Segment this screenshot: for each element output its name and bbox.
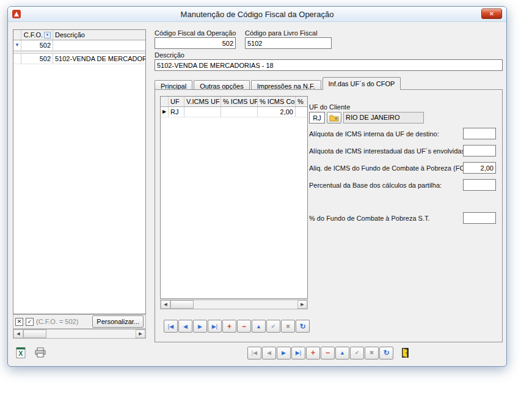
uf-column-header[interactable]: UF — [169, 97, 184, 106]
left-panel-hscrollbar[interactable]: ◀ ▶ — [13, 329, 146, 339]
uf-nav-refresh-button[interactable]: ↻ — [296, 320, 310, 333]
filter-dropdown-icon[interactable]: ▼ — [44, 32, 51, 39]
tab-bar: Principal Outras opções Impressões na N.… — [155, 77, 402, 90]
row-desc-value: 5102-VENDA DE MERCADORI — [53, 54, 145, 64]
livro-field-input[interactable] — [245, 37, 332, 49]
picms-in-cell — [221, 107, 258, 117]
main-nav-insert-button[interactable]: + — [306, 347, 320, 359]
percentual-base-input[interactable] — [463, 179, 496, 191]
cfo-grid-header: C.F.O. ▼ Descrição — [13, 30, 145, 40]
descricao-field-input[interactable] — [155, 59, 503, 71]
app-icon — [12, 9, 21, 19]
uf-grid-header: UF V.ICMS UF Re % ICMS UF In % ICMS Comb… — [161, 97, 307, 107]
main-nav-post-button[interactable]: ✔ — [350, 347, 364, 359]
aliquota-interna-label: Alíquota de ICMS interna da UF de destin… — [309, 130, 439, 138]
main-nav-refresh-button[interactable]: ↻ — [379, 347, 393, 359]
uf-nav-post-button[interactable]: ✔ — [266, 320, 280, 333]
left-toolbar: X — [14, 346, 47, 359]
percentual-base-label: Percentual da Base dos cálculos da parti… — [309, 182, 442, 189]
picms-comb-column-header[interactable]: % ICMS Comb — [258, 97, 296, 106]
main-nav-last-button[interactable]: ▶| — [291, 347, 305, 359]
uf-cliente-label: UF do Cliente — [309, 103, 350, 111]
desc-column-header[interactable]: Descrição — [53, 30, 145, 40]
main-nav-cancel-button[interactable]: ✖ — [365, 347, 379, 359]
pct-column-header[interactable]: % — [296, 97, 307, 106]
cfo-list-grid[interactable]: C.F.O. ▼ Descrição ▼ 502 502 5102-VENDA … — [13, 29, 146, 314]
window-content: C.F.O. ▼ Descrição ▼ 502 502 5102-VENDA … — [8, 22, 506, 366]
uf-nav-last-button[interactable]: ▶| — [208, 320, 222, 333]
aliquota-interestadual-label: Alíquota de ICMS interestadual das UF´s … — [309, 147, 467, 155]
picms-in-column-header[interactable]: % ICMS UF In — [221, 97, 258, 106]
row-marker-icon: ▶ — [162, 107, 166, 117]
titlebar[interactable]: Manutenção de Código Fiscal da Operação … — [8, 7, 506, 22]
desc-column-label: Descrição — [55, 30, 85, 40]
pct-cell — [296, 107, 307, 117]
uf-scroll-right-arrow-icon[interactable]: ▶ — [297, 300, 307, 309]
cfo-column-label: C.F.O. — [23, 30, 43, 40]
filter-row-cfo-value: 502 — [21, 40, 53, 50]
vicms-column-header[interactable]: V.ICMS UF Re — [184, 97, 221, 106]
filter-row[interactable]: ▼ 502 — [13, 40, 145, 51]
uf-nav-edit-button[interactable]: ▲ — [252, 320, 266, 333]
uf-nav-next-button[interactable]: ▶ — [193, 320, 207, 333]
cfo-grid-row[interactable]: 502 5102-VENDA DE MERCADORI — [13, 54, 145, 64]
main-nav-delete-button[interactable]: − — [321, 347, 335, 359]
row-cfo-value: 502 — [21, 54, 53, 64]
uf-cliente-name-field: RIO DE JANEIRO — [343, 112, 424, 123]
cfo-field-input[interactable] — [155, 37, 236, 49]
uf-grid-row[interactable]: ▶ RJ 2,00 — [161, 107, 307, 117]
uf-nav-cancel-button[interactable]: ✖ — [281, 320, 295, 333]
uf-nav-insert-button[interactable]: + — [222, 320, 236, 333]
printer-icon — [34, 347, 46, 359]
filter-expression-label: (C.F.O. = 502) — [36, 318, 90, 325]
uf-scroll-thumb[interactable] — [170, 300, 194, 309]
main-nav-next-button[interactable]: ▶ — [277, 347, 291, 359]
uf-cell: RJ — [169, 107, 184, 117]
uf-nav-delete-button[interactable]: − — [237, 320, 251, 333]
exit-button[interactable] — [399, 346, 412, 359]
app-window: Manutenção de Código Fiscal da Operação … — [7, 6, 507, 367]
uf-scroll-left-arrow-icon[interactable]: ◀ — [161, 300, 170, 309]
fundo-combate-st-input[interactable] — [463, 212, 496, 224]
uf-grid-corner — [161, 97, 169, 106]
svg-text:X: X — [18, 350, 23, 357]
left-scroll-thumb[interactable] — [23, 330, 46, 338]
screen: Manutenção de Código Fiscal da Operação … — [0, 0, 532, 398]
uf-nav-prior-button[interactable]: ◀ — [178, 320, 192, 333]
personalize-button[interactable]: Personalizar... — [92, 315, 144, 328]
print-button[interactable] — [34, 346, 47, 359]
uf-lookup-button[interactable] — [327, 112, 341, 123]
uf-grid[interactable]: UF V.ICMS UF Re % ICMS UF In % ICMS Comb… — [160, 96, 308, 299]
close-button[interactable]: ✕ — [481, 9, 502, 19]
left-scroll-right-arrow-icon[interactable]: ▶ — [136, 330, 145, 338]
uf-nav-first-button[interactable]: |◀ — [164, 320, 178, 333]
aliq-fcp-input[interactable] — [463, 162, 496, 174]
exit-door-icon — [399, 347, 412, 359]
filter-footer-bar: ✕ ✓ (C.F.O. = 502) Personalizar... — [13, 314, 146, 329]
main-nav-edit-button[interactable]: ▲ — [335, 347, 349, 359]
left-scroll-left-arrow-icon[interactable]: ◀ — [13, 330, 23, 338]
filter-row-desc-value — [53, 40, 145, 50]
uf-grid-hscrollbar[interactable]: ◀ ▶ — [160, 300, 308, 309]
main-record-navigator: |◀ ◀ ▶ ▶| + − ▲ ✔ ✖ ↻ — [247, 346, 412, 359]
left-scroll-track[interactable] — [23, 330, 136, 338]
main-nav-first-button[interactable]: |◀ — [247, 347, 261, 359]
tab-inf-ufs-cfop[interactable]: Inf.das UF´s do CFOP — [322, 77, 401, 90]
aliquota-interna-input[interactable] — [463, 128, 496, 139]
aliquota-interestadual-input[interactable] — [463, 145, 496, 157]
main-nav-prior-button[interactable]: ◀ — [262, 347, 276, 359]
filter-clear-checkbox[interactable]: ✕ — [15, 318, 23, 326]
picms-comb-cell: 2,00 — [258, 107, 296, 117]
uf-record-navigator: |◀ ◀ ▶ ▶| + − ▲ ✔ ✖ ↻ — [164, 320, 310, 333]
cfo-field-label: Código Fiscal da Operação — [155, 29, 236, 37]
export-excel-button[interactable]: X — [14, 346, 27, 359]
vicms-cell — [184, 107, 221, 117]
uf-cliente-input[interactable] — [309, 112, 325, 123]
row-indicator-cell — [13, 54, 21, 64]
uf-scroll-track[interactable] — [170, 300, 297, 309]
livro-field-label: Código para Livro Fiscal — [245, 29, 318, 37]
filter-funnel-icon: ▼ — [15, 43, 20, 48]
filter-row-indicator: ▼ — [13, 40, 21, 50]
filter-enabled-checkbox[interactable]: ✓ — [26, 318, 34, 326]
cfo-column-header[interactable]: C.F.O. ▼ — [21, 30, 53, 40]
